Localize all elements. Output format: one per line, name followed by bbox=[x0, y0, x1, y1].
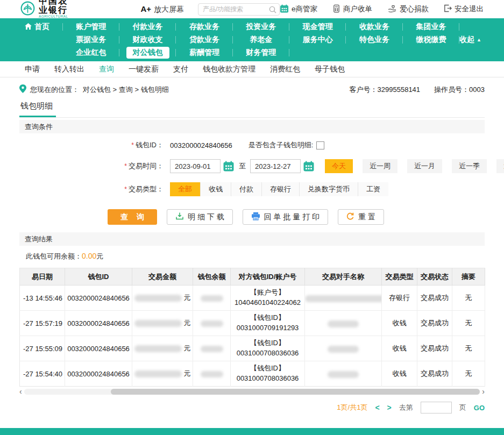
screen-zoom-control[interactable]: A+放大屏幕 bbox=[140, 4, 184, 15]
subnav-query[interactable]: 查询 bbox=[99, 65, 114, 74]
go-button[interactable]: GO bbox=[474, 404, 485, 412]
subnav-parent-child-wallet[interactable]: 母子钱包 bbox=[315, 65, 345, 74]
cell-balance bbox=[193, 286, 231, 311]
search-icon[interactable] bbox=[269, 6, 276, 13]
date-to-input[interactable] bbox=[250, 159, 301, 173]
search-input[interactable] bbox=[198, 3, 280, 16]
wallet-id-value: 0032000024840656 bbox=[170, 141, 232, 149]
breadcrumb-path: 对公钱包 > 查询 > 钱包明细 bbox=[83, 85, 169, 95]
cell-date: -27 15:57:19 bbox=[20, 311, 65, 336]
main-navigation: 首页 账户管理 票据业务 企业红包 付款业务 财政收支 对公钱包 存款业务 贷款… bbox=[0, 18, 504, 61]
cell-type: 收钱 bbox=[382, 361, 417, 387]
cell-status: 交易成功 bbox=[417, 336, 452, 361]
logout-icon bbox=[444, 4, 452, 14]
prev-page-button[interactable]: < bbox=[375, 403, 379, 412]
transaction-time-row: *交易时间： 至 今天 近一周 近一月 近一季 近半年 bbox=[19, 159, 485, 173]
nav-collection-business[interactable]: 收款业务 bbox=[346, 20, 402, 33]
nav-corporate-wallet[interactable]: 对公钱包 bbox=[119, 46, 176, 59]
nav-deposit-business[interactable]: 存款业务 bbox=[176, 20, 232, 33]
batch-print-receipt-button[interactable]: 回 单 批 量 打 印 bbox=[243, 209, 328, 225]
nav-featured-business[interactable]: 特色业务 bbox=[346, 33, 402, 46]
search-button[interactable]: 查 询 bbox=[108, 209, 157, 225]
merchant-acquiring-link[interactable]: 商户收单 bbox=[332, 4, 372, 15]
e-manager-icon bbox=[280, 4, 289, 15]
scroll-left-icon[interactable]: ‹ bbox=[19, 388, 22, 395]
cell-counterparty-name bbox=[305, 311, 382, 336]
nav-payment-business[interactable]: 付款业务 bbox=[119, 20, 176, 33]
query-results-header: 查询结果 bbox=[19, 232, 485, 246]
redacted-name bbox=[328, 346, 359, 353]
download-detail-button[interactable]: 明 细 下 载 bbox=[167, 209, 233, 225]
table-row: -27 15:54:40 0032000024840656 元 【钱包ID】00… bbox=[20, 361, 485, 387]
type-receive[interactable]: 收钱 bbox=[200, 182, 231, 196]
nav-finance-mgmt[interactable]: 财务管理 bbox=[233, 46, 289, 59]
tab-wallet-detail[interactable]: 钱包明细 bbox=[19, 101, 56, 117]
next-page-button[interactable]: > bbox=[387, 403, 392, 412]
col-header-status: 交易状态 bbox=[417, 268, 452, 286]
date-from-input[interactable] bbox=[170, 159, 221, 173]
table-header-row: 易日期 钱包ID 交易金额 钱包余额 对方钱包ID/账户号 交易对手名称 交易类… bbox=[20, 268, 485, 286]
cell-balance bbox=[193, 336, 231, 361]
range-month-chip[interactable]: 近一月 bbox=[407, 159, 442, 173]
nav-investment[interactable]: 投资业务 bbox=[233, 20, 289, 33]
reset-button[interactable]: 重 置 bbox=[338, 209, 384, 225]
subnav-consume-redpacket[interactable]: 消费红包 bbox=[270, 65, 300, 74]
col-header-date: 易日期 bbox=[20, 268, 65, 286]
range-today-chip[interactable]: 今天 bbox=[325, 159, 353, 173]
query-conditions-header: 查询条件 bbox=[19, 120, 485, 133]
date-to-calendar-icon[interactable] bbox=[303, 161, 314, 172]
scrollbar-track[interactable] bbox=[24, 389, 480, 395]
goto-page-input[interactable] bbox=[421, 402, 452, 413]
cell-summary: 无 bbox=[452, 336, 485, 361]
subnav-payee-mgmt[interactable]: 钱包收款方管理 bbox=[203, 65, 255, 74]
cell-counterparty-id: 【账户号】10404601040224062 bbox=[231, 286, 305, 311]
cell-balance bbox=[193, 361, 231, 387]
range-quarter-chip[interactable]: 近一季 bbox=[452, 159, 487, 173]
nav-cash-mgmt[interactable]: 现金管理 bbox=[289, 20, 346, 33]
subnav-batch-payroll[interactable]: 一键发薪 bbox=[129, 65, 159, 74]
nav-bill-business[interactable]: 票据业务 bbox=[63, 33, 119, 46]
subnav-transfer[interactable]: 转入转出 bbox=[54, 65, 84, 74]
product-search bbox=[198, 3, 280, 16]
include-sub-wallet-checkbox[interactable] bbox=[316, 141, 324, 149]
type-exchange-digital-currency[interactable]: 兑换数字货币 bbox=[299, 182, 358, 196]
nav-pension[interactable]: 养老金 bbox=[233, 33, 289, 46]
type-all[interactable]: 全部 bbox=[170, 182, 200, 196]
cell-date: -27 15:54:40 bbox=[20, 361, 65, 387]
scroll-right-icon[interactable]: › bbox=[482, 388, 485, 395]
abc-logo-icon bbox=[20, 1, 35, 17]
redacted-amount bbox=[134, 345, 182, 352]
nav-corp-redpacket[interactable]: 企业红包 bbox=[63, 46, 119, 59]
subnav-pay[interactable]: 支付 bbox=[173, 65, 188, 74]
range-week-chip[interactable]: 近一周 bbox=[363, 159, 397, 173]
nav-service-center[interactable]: 服务中心 bbox=[289, 33, 346, 46]
range-half-year-chip[interactable]: 近半年 bbox=[496, 159, 504, 173]
nav-group-business[interactable]: 集团业务 bbox=[403, 20, 459, 33]
nav-fiscal[interactable]: 财政收支 bbox=[119, 33, 176, 46]
operator-number: 操作员号：0003 bbox=[434, 85, 485, 95]
redacted-name bbox=[305, 295, 382, 302]
table-row: -13 14:55:46 0032000024840656 元 【账户号】104… bbox=[20, 286, 485, 311]
scrollbar-thumb[interactable] bbox=[111, 389, 480, 395]
nav-payroll-mgmt[interactable]: 薪酬管理 bbox=[176, 46, 232, 59]
cell-balance bbox=[193, 311, 231, 336]
cell-amount: 元 bbox=[132, 286, 193, 311]
col-header-amount: 交易金额 bbox=[132, 268, 193, 286]
type-salary[interactable]: 工资 bbox=[358, 182, 388, 196]
page-suffix-label: 页 bbox=[459, 403, 466, 412]
subnav-apply[interactable]: 申请 bbox=[25, 65, 40, 74]
e-manager-link[interactable]: e商管家 bbox=[280, 4, 317, 15]
col-header-summary: 摘要 bbox=[452, 268, 485, 286]
date-range-to-label: 至 bbox=[239, 161, 246, 171]
date-from-calendar-icon[interactable] bbox=[223, 161, 234, 172]
type-deposit-bank[interactable]: 存银行 bbox=[261, 182, 299, 196]
nav-collapse-button[interactable]: 收起 ▲ bbox=[459, 33, 481, 46]
nav-loan-business[interactable]: 贷款业务 bbox=[176, 33, 232, 46]
nav-tax-payment[interactable]: 缴税缴费 bbox=[403, 33, 459, 46]
cell-counterparty-name bbox=[305, 361, 382, 387]
charity-donation-link[interactable]: 爱心捐款 bbox=[387, 4, 429, 15]
type-pay[interactable]: 付款 bbox=[231, 182, 261, 196]
nav-account-mgmt[interactable]: 账户管理 bbox=[63, 20, 119, 33]
secure-logout-link[interactable]: 安全退出 bbox=[444, 4, 484, 14]
nav-home[interactable]: 首页 bbox=[20, 20, 63, 33]
